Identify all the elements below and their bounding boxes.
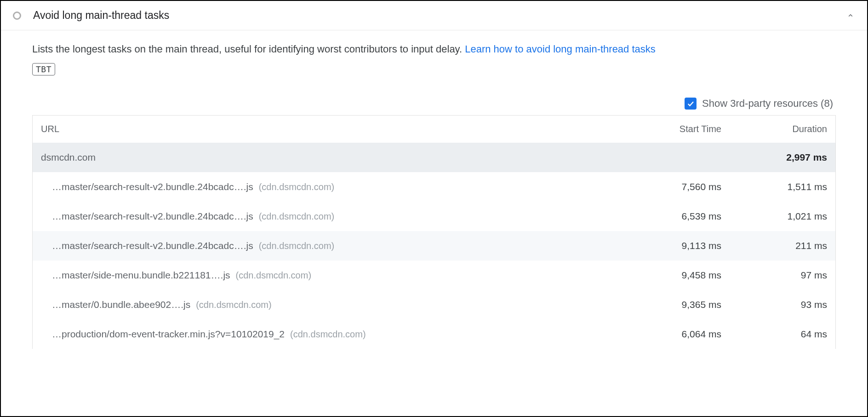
chevron-up-icon [846,12,855,20]
audit-description: Lists the longest tasks on the main thre… [32,41,836,57]
table-header-row: URL Start Time Duration [33,116,835,143]
group-start [629,152,721,163]
row-url-host: (cdn.dsmcdn.com) [259,241,335,251]
group-row[interactable]: dsmcdn.com 2,997 ms [33,143,835,172]
table-row[interactable]: …production/dom-event-tracker.min.js?v=1… [33,319,835,349]
table-row[interactable]: …master/search-result-v2.bundle.24bcadc…… [33,202,835,231]
collapse-toggle[interactable] [846,11,855,20]
third-party-checkbox[interactable] [685,98,697,110]
column-header-duration: Duration [721,124,827,134]
tasks-table: URL Start Time Duration dsmcdn.com 2,997… [32,115,836,349]
row-start: 6,064 ms [629,329,721,340]
row-duration: 64 ms [721,329,827,340]
audit-header[interactable]: Avoid long main-thread tasks [1,1,867,30]
group-duration: 2,997 ms [721,152,827,163]
row-url-path: …master/0.bundle.abee902….js [52,299,190,310]
status-indicator-icon [13,12,21,20]
tbt-badge: TBT [32,63,55,75]
table-row[interactable]: …master/0.bundle.abee902….js(cdn.dsmcdn.… [33,290,835,319]
row-url-path: …master/search-result-v2.bundle.24bcadc…… [52,211,253,222]
row-start: 9,365 ms [629,299,721,310]
table-row[interactable]: …master/search-result-v2.bundle.24bcadc…… [33,172,835,202]
description-text: Lists the longest tasks on the main thre… [32,43,465,55]
row-duration: 1,021 ms [721,211,827,222]
third-party-label: Show 3rd-party resources (8) [702,98,833,110]
row-url-path: …master/search-result-v2.bundle.24bcadc…… [52,240,253,251]
row-duration: 1,511 ms [721,181,827,192]
audit-body: Lists the longest tasks on the main thre… [1,30,867,360]
row-url-host: (cdn.dsmcdn.com) [196,300,272,310]
table-row[interactable]: …master/side-menu.bundle.b221181….js(cdn… [33,261,835,290]
row-url-path: …master/side-menu.bundle.b221181….js [52,270,230,281]
learn-more-link[interactable]: Learn how to avoid long main-thread task… [465,43,656,55]
row-url-host: (cdn.dsmcdn.com) [236,270,312,281]
third-party-toggle-row: Show 3rd-party resources (8) [32,98,836,110]
row-url-host: (cdn.dsmcdn.com) [259,211,335,222]
row-duration: 93 ms [721,299,827,310]
row-url-path: …production/dom-event-tracker.min.js?v=1… [52,329,285,340]
table-row[interactable]: …master/search-result-v2.bundle.24bcadc…… [33,231,835,261]
row-start: 6,539 ms [629,211,721,222]
row-start: 9,113 ms [629,240,721,251]
row-duration: 211 ms [721,240,827,251]
column-header-url: URL [41,124,629,134]
row-start: 7,560 ms [629,181,721,192]
row-duration: 97 ms [721,270,827,281]
row-url-host: (cdn.dsmcdn.com) [259,182,335,192]
row-url-host: (cdn.dsmcdn.com) [290,329,366,340]
row-start: 9,458 ms [629,270,721,281]
audit-title: Avoid long main-thread tasks [33,9,846,22]
group-host: dsmcdn.com [41,152,629,163]
checkmark-icon [686,99,695,108]
audit-panel: Avoid long main-thread tasks Lists the l… [0,0,868,417]
row-url-path: …master/search-result-v2.bundle.24bcadc…… [52,181,253,192]
column-header-start: Start Time [629,124,721,134]
